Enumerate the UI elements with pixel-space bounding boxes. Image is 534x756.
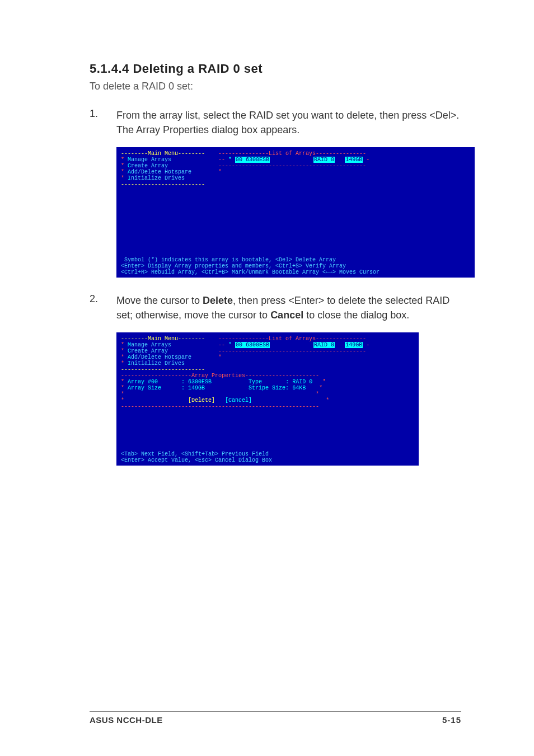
stripe-val: 64KB <box>292 385 306 391</box>
footer-right: 5-15 <box>442 715 461 725</box>
menu-title: --------Main Menu-------- <box>121 151 205 157</box>
footer-left: ASUS NCCH-DLE <box>90 715 163 725</box>
type-val: : RAID 0 <box>285 379 312 385</box>
array-row-size: 149GB <box>345 342 363 348</box>
bios-footer-line: <Enter> Display Array properties and mem… <box>121 263 346 269</box>
delete-button[interactable]: [Delete] <box>188 397 215 403</box>
menu-item: dd/Delete Hotspare <box>131 354 191 360</box>
array-no-val: : 6300ESB <box>181 379 212 385</box>
array-row-size: 149GB <box>345 157 363 163</box>
array-row-id[interactable]: 00 6300ESB <box>235 157 270 163</box>
menu-border: ------------------------- <box>121 181 205 187</box>
list-title: ---------------List of Arrays-----------… <box>218 336 366 342</box>
size-val: : 149GB <box>181 385 205 391</box>
step-number: 2. <box>90 293 116 322</box>
props-border: ----------------------------------------… <box>121 403 319 410</box>
step-text: From the array list, select the RAID set… <box>116 108 461 137</box>
bios-footer-line: <Tab> Next Field, <Shift+Tab> Previous F… <box>121 451 269 457</box>
bios-screenshot-2: --------Main Menu-------- * Manage Array… <box>116 332 419 466</box>
type-label: Type <box>249 379 262 385</box>
bios-footer-line: <Ctrl+R> Rebuild Array, <Ctrl+B> Mark/Un… <box>121 269 380 275</box>
text-frag: Move the cursor to <box>116 295 203 306</box>
text-frag: to close the dialog box. <box>303 309 409 321</box>
step-number: 1. <box>90 108 116 137</box>
array-row-raid: RAID 0 <box>313 157 335 163</box>
intro-text: To delete a RAID 0 set: <box>90 81 461 92</box>
list-border: ----------------------------------------… <box>218 348 366 354</box>
page-footer: ASUS NCCH-DLE 5-15 <box>90 711 461 725</box>
array-row-id[interactable]: 00 6300ESB <box>235 342 270 348</box>
menu-item: nitialize Drives <box>131 175 185 181</box>
list-border: ----------------------------------------… <box>218 163 366 169</box>
menu-item: anage Arrays <box>131 157 171 163</box>
props-title: ---------------------Array Properties---… <box>121 373 319 379</box>
section-heading: 5.1.4.4 Deleting a RAID 0 set <box>90 62 461 76</box>
step-2: 2. Move the cursor to Delete, then press… <box>90 293 461 322</box>
bios-footer-line: <Enter> Accept Value, <Esc> Cancel Dialo… <box>121 457 272 463</box>
menu-item: dd/Delete Hotspare <box>131 169 191 175</box>
step-text: Move the cursor to Delete, then press <E… <box>116 293 461 322</box>
bios-footer-line: Symbol (*) indicates this array is boota… <box>124 257 336 263</box>
step-1: 1. From the array list, select the RAID … <box>90 108 461 137</box>
menu-border: ------------------------- <box>121 367 205 373</box>
list-title: ---------------List of Arrays-----------… <box>218 151 366 157</box>
menu-item: anage Arrays <box>131 342 171 348</box>
bios-screenshot-1: --------Main Menu-------- * Manage Array… <box>116 147 475 278</box>
cancel-label: Cancel <box>270 309 303 321</box>
size-label: Array Size <box>128 385 161 391</box>
array-no-label: Array #00 <box>128 379 158 385</box>
menu-item: reate Array <box>131 163 168 169</box>
menu-item: nitialize Drives <box>131 360 185 367</box>
menu-item: reate Array <box>131 348 168 354</box>
array-row-raid: RAID 0 <box>313 342 335 348</box>
menu-title: --------Main Menu-------- <box>121 336 205 342</box>
delete-label: Delete <box>203 295 233 306</box>
cancel-button[interactable]: [Cancel] <box>225 397 252 403</box>
stripe-label: Stripe Size: <box>249 385 289 391</box>
